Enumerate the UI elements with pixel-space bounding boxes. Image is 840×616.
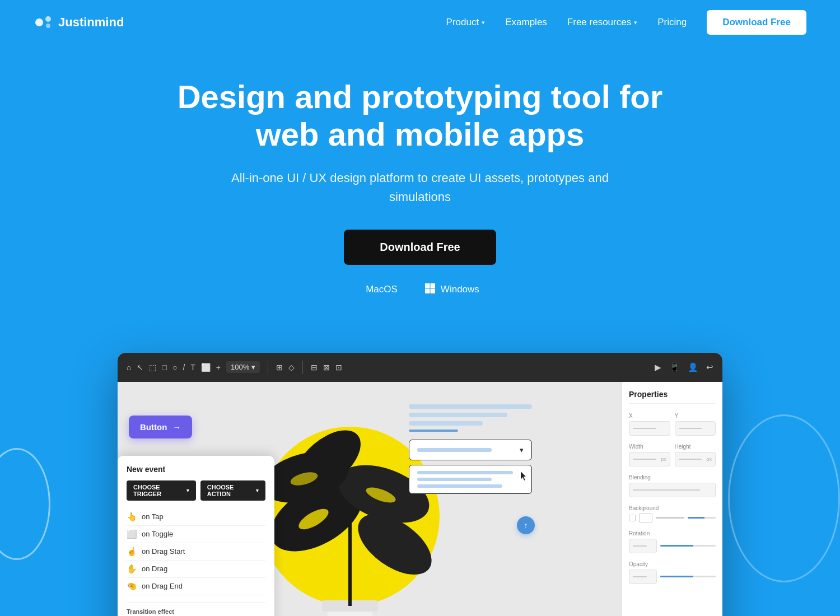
grid-icon[interactable]: ⊞ [276,363,283,372]
y-label: Y [675,413,716,419]
rotation-slider-row [629,539,716,553]
line-icon[interactable]: / [183,363,185,372]
align-icon[interactable]: ⊟ [311,363,318,372]
hero-download-button[interactable]: Download Free [344,230,496,265]
free-resources-chevron-icon: ▾ [634,19,637,26]
opacity-slider[interactable] [660,576,716,577]
trigger-chevron-icon: ▾ [186,488,189,493]
home-icon[interactable]: ⌂ [127,363,131,372]
wf-line-3 [409,421,483,426]
app-body: Button → [118,382,722,616]
rotation-input[interactable] [629,539,657,553]
nav-download-button[interactable]: Download Free [707,10,806,35]
width-label: Width [629,444,670,450]
wireframe-panel: ▾ [409,404,532,498]
width-group: Width px [629,444,670,466]
wf-dropdown-chevron-icon: ▾ [520,446,524,454]
product-chevron-icon: ▾ [482,19,485,26]
properties-title: Properties [629,390,716,404]
wf-dropdown-line [417,448,492,452]
wf-line-1 [409,404,532,409]
select-icon[interactable]: ⬚ [149,363,156,372]
rotation-slider[interactable] [660,545,716,547]
drag-start-icon: ☝ [127,547,137,557]
height-input[interactable]: px [675,452,716,466]
share-icon[interactable]: 👤 [688,362,698,372]
scroll-up-button[interactable]: ↑ [517,516,535,534]
trigger-on-drag[interactable]: ✋ on Drag [127,561,265,578]
trigger-on-drag-start[interactable]: ☝ on Drag Start [127,543,265,561]
wireframe-dropdown[interactable]: ▾ [409,440,532,460]
opacity-input[interactable] [629,570,657,584]
action-chevron-icon: ▾ [256,488,259,493]
diamond-icon[interactable]: ◇ [288,363,295,372]
trigger-buttons: CHOOSE TRIGGER ▾ CHOOSE ACTION ▾ [127,480,265,501]
nav-examples[interactable]: Examples [505,17,547,28]
y-input[interactable] [675,421,716,436]
toggle-icon: ⬜ [127,529,137,539]
rotation-label: Rotation [629,530,716,536]
new-event-panel: New event CHOOSE TRIGGER ▾ CHOOSE ACTION… [118,456,274,616]
background-section: Background [629,505,716,522]
svg-point-2 [46,24,50,28]
rotation-section: Rotation [629,530,716,553]
transition-label: Transition effect [127,608,265,615]
bg-rect[interactable] [639,514,652,522]
wireframe-text-lines [409,404,532,432]
wireframe-text-box [409,465,532,494]
zoom-control[interactable]: 100% ▾ [226,361,260,373]
mobile-icon[interactable]: 📱 [669,362,680,372]
choose-action-button[interactable]: CHOOSE ACTION ▾ [200,480,265,501]
wf-accent-line [409,430,458,432]
nav-free-resources[interactable]: Free resources ▾ [567,17,637,28]
trigger-on-toggle[interactable]: ⬜ on Toggle [127,526,265,543]
trigger-on-drag-end[interactable]: 🤏 on Drag End [127,578,265,595]
width-input[interactable]: px [629,452,670,466]
add-icon[interactable]: + [216,363,221,372]
bg-slider[interactable] [688,517,716,519]
arrange-icon[interactable]: ⊡ [335,363,342,372]
nav-pricing[interactable]: Pricing [657,17,687,28]
logo[interactable]: Justinmind [34,12,124,32]
hero-section: Design and prototyping tool for web and … [0,45,840,353]
play-icon[interactable]: ▶ [655,362,661,372]
rectangle-icon[interactable]: □ [162,363,166,372]
pointer-icon[interactable]: ↖ [137,363,143,372]
properties-panel: Properties X Y Width [622,382,722,616]
svg-rect-5 [425,288,430,293]
blending-input[interactable] [629,483,716,497]
os-badges: MacOS Windows [11,283,829,297]
macos-badge[interactable]: MacOS [361,284,398,295]
svg-rect-4 [430,283,435,288]
toolbar-separator-2 [302,361,303,374]
canvas-area[interactable]: Button → [118,382,622,616]
cursor-indicator [521,472,528,482]
deco-curve-left [0,448,50,560]
text-icon[interactable]: T [190,363,195,372]
zoom-chevron-icon: ▾ [251,363,255,371]
choose-trigger-button[interactable]: CHOOSE TRIGGER ▾ [127,480,196,501]
toolbar-separator [268,361,268,374]
toolbar-right: ▶ 📱 👤 ↩ [655,362,713,372]
trigger-list: 👆 on Tap ⬜ on Toggle ☝ on Drag Start [127,508,265,595]
floating-button-widget[interactable]: Button → [129,416,192,438]
bg-checkbox[interactable] [629,515,636,521]
background-controls [629,514,716,522]
image-icon[interactable]: ⬜ [201,363,211,372]
blending-section: Blending [629,474,716,497]
distribute-icon[interactable]: ⊠ [323,363,330,372]
circle-icon[interactable]: ○ [172,363,177,372]
arrow-right-icon: → [172,422,181,432]
undo-icon[interactable]: ↩ [706,362,713,372]
trigger-on-tap[interactable]: 👆 on Tap [127,508,265,526]
new-event-title: New event [127,465,265,474]
x-input[interactable] [629,421,670,436]
nav-product[interactable]: Product ▾ [446,17,486,28]
xy-row: X Y [629,413,716,436]
nav-links: Product ▾ Examples Free resources ▾ Pric… [446,10,806,35]
wf-tl-1 [417,471,513,474]
windows-badge[interactable]: Windows [424,283,479,297]
drag-icon: ✋ [127,564,137,574]
opacity-slider-row [629,570,716,584]
y-group: Y [675,413,716,436]
